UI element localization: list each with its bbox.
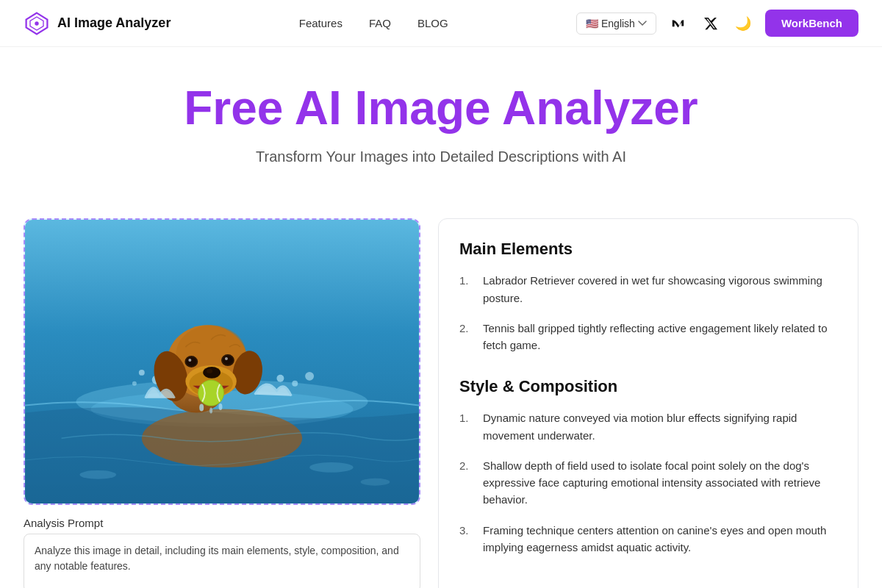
- svg-point-33: [219, 404, 223, 410]
- svg-point-34: [79, 470, 116, 479]
- list-item-text: Dynamic nature conveyed via motion blur …: [483, 409, 837, 444]
- language-selector[interactable]: 🇺🇸 English: [576, 12, 656, 35]
- main-elements-section: Main Elements 1. Labrador Retriever cove…: [459, 240, 837, 354]
- nav-features[interactable]: Features: [299, 17, 343, 29]
- style-composition-section: Style & Composition 1. Dynamic nature co…: [459, 377, 837, 556]
- svg-point-9: [132, 381, 137, 386]
- list-item-text: Labrador Retriever covered in wet fur sh…: [483, 272, 837, 306]
- svg-point-12: [305, 372, 314, 381]
- hero-title: Free AI Image Analyzer: [24, 82, 858, 134]
- list-number: 2.: [459, 457, 474, 509]
- list-number: 3.: [459, 522, 474, 556]
- nav-faq[interactable]: FAQ: [369, 17, 391, 29]
- dark-mode-toggle[interactable]: 🌙: [733, 13, 753, 34]
- dog-image: [25, 220, 419, 503]
- svg-point-32: [209, 408, 212, 414]
- svg-point-2: [35, 21, 38, 25]
- prompt-section: Analysis Prompt Analyze this image in de…: [24, 517, 420, 588]
- svg-point-29: [223, 356, 233, 365]
- analysis-results-panel[interactable]: Main Elements 1. Labrador Retriever cove…: [438, 218, 858, 588]
- logo-icon: [24, 10, 50, 37]
- list-number: 2.: [459, 320, 474, 354]
- nav-blog[interactable]: BLOG: [417, 17, 448, 29]
- list-item-text: Tennis ball gripped tightly reflecting a…: [483, 320, 837, 354]
- lang-label: English: [601, 18, 635, 29]
- svg-point-10: [276, 375, 284, 382]
- prompt-label: Analysis Prompt: [24, 517, 420, 529]
- list-item: 2. Shallow depth of field used to isolat…: [459, 457, 837, 509]
- list-number: 1.: [459, 272, 474, 306]
- svg-point-35: [309, 462, 354, 473]
- list-item: 1. Labrador Retriever covered in wet fur…: [459, 272, 837, 306]
- svg-point-26: [186, 357, 196, 366]
- style-composition-title: Style & Composition: [459, 377, 837, 396]
- main-elements-list: 1. Labrador Retriever covered in wet fur…: [459, 272, 837, 354]
- nav-right: 🇺🇸 English 🌙 WorkBench: [576, 10, 858, 37]
- svg-point-36: [361, 478, 390, 486]
- bluesky-icon[interactable]: [668, 13, 689, 34]
- svg-point-23: [203, 367, 220, 379]
- logo-text: AI Image Analyzer: [57, 15, 171, 31]
- list-item-text: Framing technique centers attention on c…: [483, 522, 837, 556]
- workbench-button[interactable]: WorkBench: [765, 10, 858, 37]
- list-item: 3. Framing technique centers attention o…: [459, 522, 837, 556]
- svg-point-27: [188, 359, 191, 362]
- logo[interactable]: AI Image Analyzer: [24, 10, 171, 37]
- list-number: 1.: [459, 409, 474, 444]
- left-panel: Analysis Prompt Analyze this image in de…: [24, 218, 420, 588]
- svg-point-31: [199, 404, 204, 412]
- hero-section: Free AI Image Analyzer Transform Your Im…: [0, 47, 882, 218]
- main-elements-title: Main Elements: [459, 240, 837, 259]
- x-twitter-icon[interactable]: [700, 13, 721, 34]
- hero-subtitle: Transform Your Images into Detailed Desc…: [24, 148, 858, 165]
- nav-links: Features FAQ BLOG: [299, 17, 448, 29]
- chevron-down-icon: [638, 19, 647, 28]
- svg-point-24: [207, 369, 212, 373]
- list-item-text: Shallow depth of field used to isolate f…: [483, 457, 837, 509]
- image-upload-area[interactable]: [24, 218, 420, 505]
- list-item: 2. Tennis ball gripped tightly reflectin…: [459, 320, 837, 354]
- navbar: AI Image Analyzer Features FAQ BLOG 🇺🇸 E…: [0, 0, 882, 47]
- list-item: 1. Dynamic nature conveyed via motion bl…: [459, 409, 837, 444]
- main-content: Analysis Prompt Analyze this image in de…: [0, 218, 882, 588]
- svg-point-30: [225, 357, 228, 360]
- lang-flag: 🇺🇸: [586, 18, 598, 29]
- svg-point-11: [292, 381, 298, 387]
- prompt-textarea[interactable]: Analyze this image in detail, including …: [24, 534, 420, 588]
- style-composition-list: 1. Dynamic nature conveyed via motion bl…: [459, 409, 837, 556]
- svg-point-7: [139, 370, 145, 376]
